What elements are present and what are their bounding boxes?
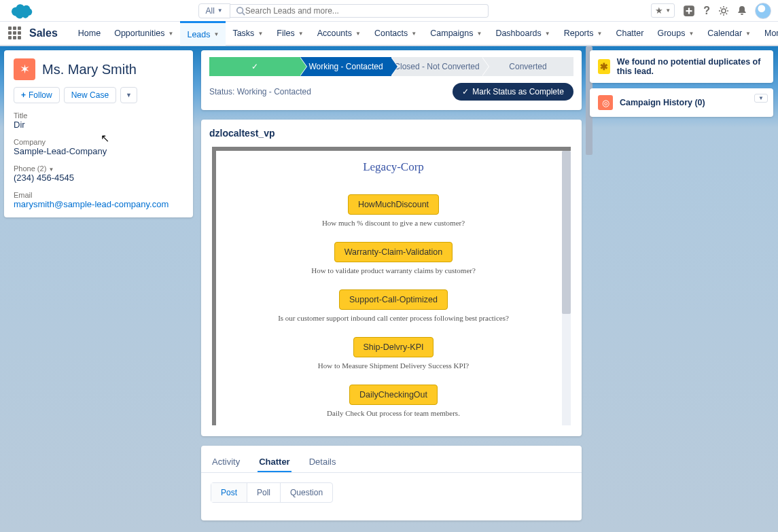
email-value[interactable]: marysmith@sample-lead-company.com [14, 199, 183, 209]
path-stage-working[interactable]: Working - Contacted [300, 57, 391, 76]
duplicates-icon: ✱ [598, 59, 610, 74]
help-icon[interactable]: ? [703, 5, 710, 17]
phone-label: Phone (2) ▼ [14, 164, 183, 173]
chevron-down-icon: ▼ [476, 31, 482, 37]
actions-dropdown[interactable]: ▼ [120, 87, 137, 103]
lead-summary-panel: ✶ Ms. Mary Smith +Follow New Case ▼ Titl… [4, 50, 193, 217]
company-value: Sample-Lead-Company [14, 146, 183, 156]
vp-item: DailyCheckingOut Daily Check Out process… [232, 380, 554, 417]
vp-item: HowMuchDiscount How much % discount to g… [232, 190, 554, 227]
chevron-down-icon: ▼ [411, 31, 417, 37]
vp-btn-support[interactable]: Support-Call-Optimized [339, 289, 448, 310]
chevron-down-icon: ▼ [355, 31, 361, 37]
chevron-down-icon: ▼ [597, 31, 603, 37]
search-icon [236, 6, 245, 16]
nav-home[interactable]: Home [71, 21, 107, 46]
email-label: Email [14, 191, 183, 199]
nav-opportunities[interactable]: Opportunities▼ [107, 21, 180, 46]
visualforce-card: dzlocaltest_vp Legacy-Corp HowMuchDiscou… [201, 120, 582, 436]
tab-activity[interactable]: Activity [211, 453, 241, 472]
duplicates-text: We found no potential duplicates of this… [617, 57, 765, 76]
subtab-question[interactable]: Question [281, 483, 332, 502]
vp-desc: Daily Check Out process for team members… [232, 409, 554, 417]
nav-groups[interactable]: Groups▼ [650, 21, 701, 46]
salesforce-logo [7, 1, 35, 20]
chevron-down-icon: ▼ [745, 31, 751, 37]
chevron-down-icon: ▼ [258, 31, 263, 37]
company-label: Company [14, 138, 183, 146]
chevron-down-icon: ▼ [214, 31, 219, 37]
subtab-post[interactable]: Post [211, 483, 247, 502]
campaign-dropdown[interactable]: ▼ [754, 94, 768, 103]
nav-files[interactable]: Files▼ [270, 21, 310, 46]
vp-btn-discount[interactable]: HowMuchDiscount [348, 194, 439, 215]
follow-button[interactable]: +Follow [14, 87, 60, 103]
campaign-history-title: Campaign History (0) [620, 98, 705, 107]
nav-more[interactable]: More▼ [758, 21, 778, 46]
vp-desc: How to Measure Shipment Delivery Success… [232, 361, 554, 370]
vp-frame: Legacy-Corp HowMuchDiscount How much % d… [212, 147, 571, 425]
user-avatar[interactable] [755, 3, 771, 19]
vp-desc: Is our customer support inbound call cen… [232, 314, 554, 322]
vp-btn-checkout[interactable]: DailyCheckingOut [349, 385, 438, 405]
app-launcher-icon[interactable] [8, 26, 21, 40]
mark-complete-button[interactable]: ✓ Mark Status as Complete [453, 83, 573, 101]
favorites-button[interactable]: ★▼ [651, 3, 675, 18]
path-stage-converted[interactable]: Converted [482, 57, 573, 76]
vp-title: dzlocaltest_vp [201, 120, 582, 147]
status-text: Status: Working - Contacted [209, 87, 311, 96]
nav-accounts[interactable]: Accounts▼ [311, 21, 368, 46]
search-scope-dropdown[interactable]: All▼ [198, 3, 230, 18]
vp-brand: Legacy-Corp [232, 160, 554, 174]
path-card: ✓ Working - Contacted Closed - Not Conve… [201, 50, 582, 110]
page-scrollbar[interactable] [585, 46, 593, 532]
nav-leads[interactable]: Leads▼ [180, 21, 226, 46]
chevron-down-icon: ▼ [688, 31, 694, 37]
gear-icon[interactable] [718, 5, 729, 16]
add-icon[interactable] [683, 5, 695, 17]
new-case-button[interactable]: New Case [64, 87, 116, 103]
path-stage-done[interactable]: ✓ [209, 57, 300, 76]
activity-tabs-card: Activity Chatter Details Post Poll Quest… [201, 446, 582, 520]
svg-line-1 [242, 12, 245, 15]
nav-calendar[interactable]: Calendar▼ [701, 21, 758, 46]
nav-tasks[interactable]: Tasks▼ [226, 21, 270, 46]
path-stage-closed[interactable]: Closed - Not Converted [391, 57, 482, 76]
phone-value: (234) 456-4545 [14, 173, 183, 183]
global-search[interactable] [230, 4, 489, 18]
search-input[interactable] [245, 6, 482, 16]
svg-point-3 [722, 9, 726, 13]
vp-scrollbar[interactable] [562, 151, 571, 425]
nav-chatter[interactable]: Chatter [609, 21, 650, 46]
chevron-down-icon: ▼ [545, 31, 550, 37]
vp-desc: How to validate product warranty claims … [232, 266, 554, 274]
duplicates-card: ✱ We found no potential duplicates of th… [590, 50, 773, 83]
vp-item: Ship-Delvry-KPI How to Measure Shipment … [232, 333, 554, 370]
tab-details[interactable]: Details [308, 453, 338, 472]
vp-item: Support-Call-Optimized Is our customer s… [232, 285, 554, 322]
chevron-down-icon: ▼ [169, 31, 174, 37]
nav-contacts[interactable]: Contacts▼ [368, 21, 423, 46]
svg-point-0 [237, 7, 243, 13]
lead-icon: ✶ [14, 58, 35, 80]
campaign-history-card[interactable]: ◎ Campaign History (0) ▼ [590, 88, 773, 117]
chevron-down-icon: ▼ [298, 31, 304, 37]
title-label: Title [14, 111, 183, 120]
campaign-icon: ◎ [598, 95, 613, 110]
vp-desc: How much % discount to give a new custom… [232, 219, 554, 227]
vp-btn-ship[interactable]: Ship-Delvry-KPI [353, 337, 434, 357]
nav-reports[interactable]: Reports▼ [557, 21, 609, 46]
app-name: Sales [29, 27, 58, 39]
nav-campaigns[interactable]: Campaigns▼ [423, 21, 489, 46]
vp-item: Warranty-Claim-Validation How to validat… [232, 238, 554, 274]
vp-btn-warranty[interactable]: Warranty-Claim-Validation [334, 242, 453, 262]
tab-chatter[interactable]: Chatter [258, 453, 291, 472]
subtab-poll[interactable]: Poll [247, 483, 281, 502]
title-value: Dir [14, 120, 183, 130]
lead-name: Ms. Mary Smith [42, 62, 137, 77]
bell-icon[interactable] [737, 5, 747, 16]
nav-dashboards[interactable]: Dashboards▼ [489, 21, 556, 46]
